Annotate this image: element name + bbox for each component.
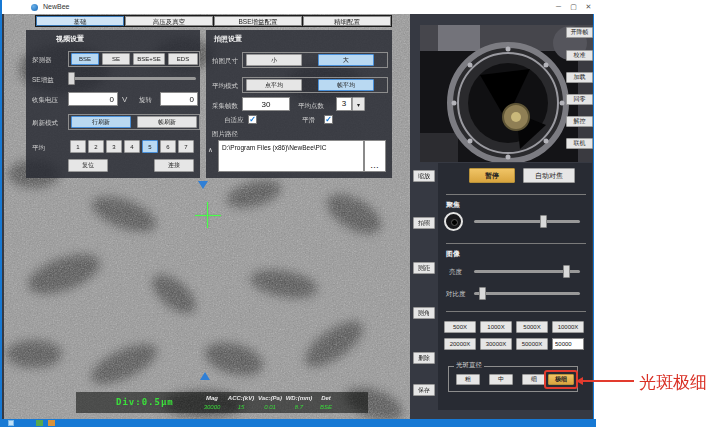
avg-mode-frame[interactable]: 帧平均 <box>318 79 374 91</box>
contrast-label: 对比度 <box>446 290 466 299</box>
image-path-box[interactable]: D:\Program Files (x86)\NewBee\PIC <box>218 140 364 172</box>
frames-label: 采集帧数 <box>212 102 238 111</box>
tool-zoom-button[interactable]: 缩放 <box>413 170 435 182</box>
screenshot-stage: NewBee ─ ▢ ✕ <box>0 0 720 427</box>
spot-medium-button[interactable]: 中 <box>489 374 513 385</box>
tool-delete-button[interactable]: 删除 <box>413 352 435 364</box>
connect-button[interactable]: 连接 <box>154 159 194 172</box>
mag-500x-button[interactable]: 500X <box>444 321 476 333</box>
focus-knob[interactable] <box>444 212 463 231</box>
maximize-icon[interactable]: ▢ <box>567 2 580 12</box>
scan-marker-top-icon <box>198 181 208 189</box>
size-option-small[interactable]: 小 <box>246 54 302 66</box>
side-calibrate-button[interactable]: 校准 <box>566 50 593 61</box>
mag-1000x-button[interactable]: 1000X <box>480 321 512 333</box>
taskbar-start-icon[interactable] <box>8 420 14 426</box>
tab-fine-config[interactable]: 精细配置 <box>303 16 391 26</box>
tab-basic[interactable]: 基础 <box>36 16 124 26</box>
div-scale-readout: Div:0.5μm <box>116 397 174 407</box>
video-settings-panel: 视频设置 探测器 BSE SE BSE+SE EDS SE增益 收集电压 V 旋… <box>26 30 200 178</box>
avg-mode-point[interactable]: 点平均 <box>246 79 302 91</box>
size-option-large[interactable]: 大 <box>318 54 374 66</box>
adaptive-checkbox[interactable]: ✓ <box>248 115 257 124</box>
annotation-arrowhead-icon <box>576 377 583 385</box>
autofocus-button[interactable]: 自动对焦 <box>523 168 575 183</box>
mag-value-input[interactable] <box>552 338 584 350</box>
focus-slider-track <box>474 220 580 223</box>
side-release-button[interactable]: 解控 <box>566 116 593 127</box>
rotation-input[interactable] <box>160 92 198 106</box>
tool-save-button[interactable]: 保存 <box>413 384 435 396</box>
mag-5000x-button[interactable]: 5000X <box>516 321 548 333</box>
collect-voltage-input[interactable] <box>68 92 118 106</box>
reset-button[interactable]: 复位 <box>68 159 108 172</box>
contrast-slider-thumb[interactable] <box>479 287 486 300</box>
smooth-checkbox[interactable]: ✓ <box>324 115 333 124</box>
side-frame-lift-button[interactable]: 开降帧 <box>566 27 593 38</box>
taskbar-app-icon[interactable] <box>48 420 55 426</box>
taskbar-app-icon[interactable] <box>36 420 43 426</box>
annotation-line <box>583 380 634 382</box>
tool-measure-angle-button[interactable]: 测角 <box>413 307 435 319</box>
detector-option-eds[interactable]: EDS <box>168 53 198 65</box>
se-gain-slider[interactable] <box>70 72 196 85</box>
spot-coarse-button[interactable]: 粗 <box>456 374 480 385</box>
average-option-1[interactable]: 1 <box>70 140 86 153</box>
focus-slider[interactable] <box>474 215 580 228</box>
tab-hv-vacuum[interactable]: 高压及真空 <box>125 16 213 26</box>
detector-option-bse-se[interactable]: BSE+SE <box>133 53 165 65</box>
refresh-option-frame[interactable]: 帧刷新 <box>137 116 197 128</box>
taskbar <box>2 419 596 427</box>
detector-option-bse[interactable]: BSE <box>71 53 99 65</box>
avg-points-value[interactable]: 3 <box>336 97 352 111</box>
frames-input[interactable] <box>242 97 290 111</box>
average-option-3[interactable]: 3 <box>106 140 122 153</box>
average-label: 平均 <box>32 144 45 153</box>
spot-fine-button[interactable]: 细 <box>522 374 546 385</box>
tab-bar: 基础 高压及真空 BSE增益配置 精细配置 <box>35 15 392 27</box>
tool-measure-distance-button[interactable]: 测距 <box>413 262 435 274</box>
divider <box>446 243 586 244</box>
collect-voltage-label: 收集电压 <box>32 96 58 105</box>
photo-settings-title: 拍照设置 <box>214 34 242 44</box>
pause-button[interactable]: 暂停 <box>469 168 515 183</box>
side-load-button[interactable]: 加载 <box>566 72 593 83</box>
focus-section-label: 聚焦 <box>446 200 460 210</box>
average-option-6[interactable]: 6 <box>160 140 176 153</box>
average-option-4[interactable]: 4 <box>124 140 140 153</box>
mag-10000x-button[interactable]: 10000X <box>552 321 584 333</box>
status-value-det: BSE <box>309 404 343 410</box>
mag-50000x-button[interactable]: 50000X <box>516 338 548 350</box>
crosshair-horizontal <box>195 215 221 216</box>
contrast-slider[interactable] <box>474 287 580 300</box>
mag-20000x-button[interactable]: 20000X <box>444 338 476 350</box>
control-panel: 暂停 自动对焦 聚焦 图像 亮度 对比度 <box>438 163 592 410</box>
smooth-label: 平滑 <box>302 116 315 125</box>
avg-points-dropdown-icon[interactable]: ▾ <box>352 97 365 111</box>
mag-30000x-button[interactable]: 30000X <box>480 338 512 350</box>
brightness-slider[interactable] <box>474 265 580 278</box>
se-gain-slider-thumb[interactable] <box>68 72 75 85</box>
se-gain-slider-track <box>70 77 196 80</box>
photo-settings-panel: 拍照设置 拍图尺寸 小 大 平均模式 点平均 帧平均 采集帧数 平均点数 3 ▾… <box>206 30 392 178</box>
path-caret-icon[interactable]: ∧ <box>208 146 213 154</box>
detector-option-se[interactable]: SE <box>102 53 130 65</box>
focus-knob-dot <box>451 219 458 226</box>
refresh-option-line[interactable]: 行刷新 <box>71 116 131 128</box>
side-online-button[interactable]: 联机 <box>566 138 593 149</box>
refresh-mode-label: 刷新模式 <box>32 119 58 128</box>
focus-slider-thumb[interactable] <box>540 215 547 228</box>
average-option-2[interactable]: 2 <box>88 140 104 153</box>
contrast-slider-track <box>474 292 580 295</box>
minimize-icon[interactable]: ─ <box>552 2 565 12</box>
average-option-7[interactable]: 7 <box>178 140 194 153</box>
browse-button[interactable]: … <box>364 140 386 172</box>
tab-bse-gain-config[interactable]: BSE增益配置 <box>214 16 302 26</box>
close-icon[interactable]: ✕ <box>582 2 595 12</box>
brightness-slider-thumb[interactable] <box>563 265 570 278</box>
app-icon <box>31 4 38 11</box>
average-option-5[interactable]: 5 <box>142 140 158 153</box>
annotation-highlight-box <box>544 370 578 389</box>
side-home-button[interactable]: 回零 <box>566 94 593 105</box>
tool-photo-button[interactable]: 拍照 <box>413 217 435 229</box>
